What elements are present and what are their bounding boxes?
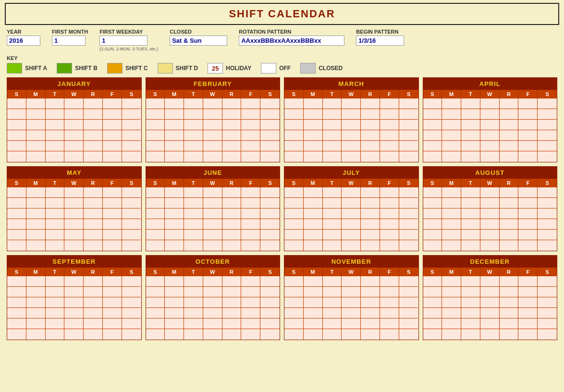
day-cell — [184, 219, 203, 230]
first-weekday-input[interactable] — [99, 36, 147, 46]
first-month-group: FIRST MONTH — [52, 29, 88, 46]
day-header-F: F — [380, 90, 399, 98]
day-cell — [442, 120, 461, 130]
month-header: SEPTEMBER — [7, 256, 141, 268]
day-cell — [442, 130, 461, 141]
day-cell — [442, 318, 461, 329]
day-cell — [122, 276, 141, 287]
day-cell — [122, 198, 141, 208]
day-cell — [380, 151, 399, 162]
day-cell — [103, 287, 122, 297]
day-cell — [84, 98, 103, 109]
day-cell — [342, 287, 361, 297]
day-header-S: S — [399, 90, 418, 98]
day-cell — [146, 308, 165, 318]
first-weekday-note: (1:SUN, 2:MON, 3:TUES, etc.) — [99, 47, 158, 51]
day-cell — [284, 208, 304, 219]
month-december: DECEMBERSMTWRFS — [423, 255, 558, 340]
day-cell — [423, 141, 442, 151]
page-title: SHIFT CALENDAR — [6, 8, 558, 20]
day-cell — [64, 187, 84, 198]
day-cell — [342, 198, 361, 208]
day-cell — [442, 187, 461, 198]
day-cell — [146, 318, 165, 329]
day-cell — [323, 208, 342, 219]
day-header-R: R — [361, 268, 380, 276]
day-cell — [203, 230, 222, 240]
key-item-off: OFF — [261, 63, 291, 74]
day-cell — [461, 230, 480, 240]
day-header-S: S — [423, 268, 442, 276]
day-cell — [184, 109, 203, 120]
closed-input[interactable] — [170, 36, 227, 46]
day-cell — [399, 297, 418, 308]
day-cell — [26, 318, 46, 329]
day-header-W: W — [480, 268, 500, 276]
day-cell — [461, 109, 480, 120]
day-cell — [260, 120, 280, 130]
day-grid — [7, 276, 141, 340]
day-header-R: R — [222, 90, 242, 98]
day-cell — [203, 187, 222, 198]
month-july: JULYSMTWRFS — [284, 166, 419, 251]
day-cell — [380, 230, 399, 240]
day-cell — [361, 109, 380, 120]
day-cell — [304, 240, 323, 251]
day-header-M: M — [304, 179, 323, 187]
day-cell — [538, 287, 557, 297]
year-input[interactable] — [7, 36, 40, 46]
day-cell — [241, 151, 260, 162]
off-label: OFF — [279, 65, 291, 72]
day-cell — [538, 141, 557, 151]
day-cell — [260, 329, 280, 340]
year-label: YEAR — [7, 29, 40, 35]
day-header-S: S — [538, 90, 557, 98]
day-cell — [423, 198, 442, 208]
day-cell — [26, 151, 46, 162]
closed-group: CLOSED — [170, 29, 227, 46]
day-cell — [184, 141, 203, 151]
day-grid — [284, 276, 418, 340]
day-header-S: S — [146, 90, 165, 98]
day-cell — [84, 187, 103, 198]
day-cell — [500, 318, 519, 329]
day-cell — [423, 151, 442, 162]
day-cell — [361, 318, 380, 329]
day-cell — [304, 230, 323, 240]
day-cell — [342, 308, 361, 318]
day-cell — [423, 318, 442, 329]
day-cell — [84, 198, 103, 208]
day-header-S: S — [122, 179, 141, 187]
day-cell — [342, 276, 361, 287]
day-cell — [26, 120, 46, 130]
day-cell — [518, 98, 538, 109]
day-cell — [26, 141, 46, 151]
day-cell — [84, 141, 103, 151]
day-cell — [304, 329, 323, 340]
begin-pattern-input[interactable] — [356, 36, 404, 46]
day-cell — [241, 287, 260, 297]
day-cell — [84, 151, 103, 162]
day-header-T: T — [461, 268, 480, 276]
day-cell — [260, 98, 280, 109]
day-cell — [46, 120, 65, 130]
day-cell — [46, 329, 65, 340]
day-cell — [7, 198, 26, 208]
day-cell — [26, 308, 46, 318]
day-cell — [442, 198, 461, 208]
day-cell — [7, 308, 26, 318]
day-cell — [361, 120, 380, 130]
day-cell — [323, 329, 342, 340]
rotation-group: ROTATION PATTERN — [239, 29, 344, 46]
day-header-R: R — [222, 268, 242, 276]
day-cell — [323, 318, 342, 329]
day-cell — [122, 318, 141, 329]
rotation-input[interactable] — [239, 36, 344, 46]
day-cell — [399, 98, 418, 109]
first-month-input[interactable] — [52, 36, 86, 46]
day-cell — [26, 276, 46, 287]
day-cell — [184, 240, 203, 251]
day-cell — [361, 198, 380, 208]
day-cell — [500, 109, 519, 120]
day-cell — [423, 98, 442, 109]
